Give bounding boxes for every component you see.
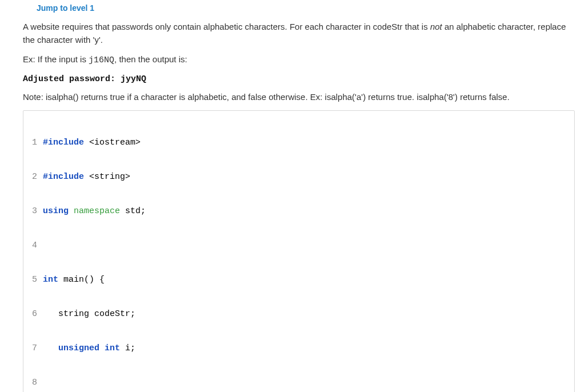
prompt-ex-code: j16NQ (89, 55, 114, 65)
prompt-note: Note: isalpha() returns true if a charac… (23, 91, 575, 104)
line-number: 1 (23, 137, 43, 149)
line-number: 2 (23, 171, 43, 183)
line-number: 7 (23, 343, 43, 354)
line-number: 6 (23, 309, 43, 320)
page: Jump to level 1 A website requires that … (0, 0, 585, 392)
line-number: 8 (23, 377, 43, 389)
example-output: Adjusted password: jyyNQ (23, 74, 575, 84)
prompt-text: A website requires that passwords only c… (23, 21, 575, 103)
line-number: 4 (23, 240, 43, 251)
prompt-ex-tail: , then the output is: (114, 54, 187, 64)
jump-to-level-link[interactable]: Jump to level 1 (23, 0, 575, 21)
line-number: 5 (23, 274, 43, 286)
prompt-paragraph-1a: A website requires that passwords only c… (23, 22, 430, 31)
code-editor[interactable]: 1#include <iostream> 2#include <string> … (23, 110, 575, 392)
line-number: 3 (23, 206, 43, 217)
prompt-em-not: not (430, 22, 442, 31)
prompt-ex-label: Ex: If the input is (23, 54, 89, 64)
code-editor-content[interactable]: 1#include <iostream> 2#include <string> … (23, 111, 574, 392)
